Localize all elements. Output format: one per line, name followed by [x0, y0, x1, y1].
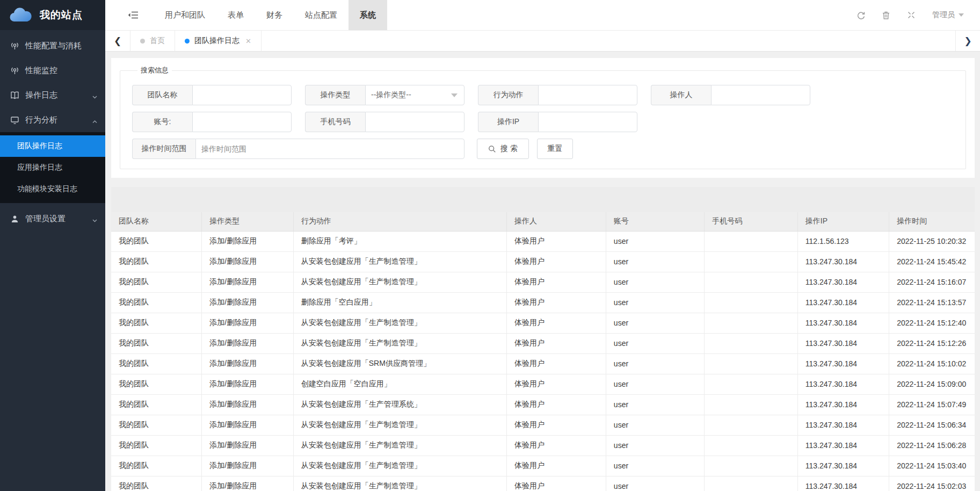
col-time[interactable]: 操作时间	[889, 212, 975, 231]
sidebar-menu: 性能配置与消耗 性能监控 操作日志	[0, 30, 105, 231]
table-row[interactable]: 我的团队 添加/删除应用 从安装包创建应用「生产制造管理」 体验用户 user …	[111, 333, 975, 353]
sidebar-item-behavior-analysis[interactable]: 行为分析	[0, 107, 105, 132]
cell-phone	[705, 333, 798, 353]
cell-account: user	[606, 456, 704, 476]
table-row[interactable]: 我的团队 添加/删除应用 从安装包创建应用「生产制造管理」 体验用户 user …	[111, 251, 975, 272]
table-row[interactable]: 我的团队 添加/删除应用 从安装包创建应用「生产制造管理」 体验用户 user …	[111, 456, 975, 476]
table-row[interactable]: 我的团队 添加/删除应用 从安装包创建应用「生产制造管理」 体验用户 user …	[111, 272, 975, 292]
page-tabs-bar: ❮ 首页 团队操作日志 ✕ ❯	[105, 30, 980, 52]
action-label: 行为动作	[478, 85, 538, 105]
sidebar-subitem-team-operation-log[interactable]: 团队操作日志	[0, 135, 105, 157]
table-row[interactable]: 我的团队 添加/删除应用 从安装包创建应用「生产制造管理」 体验用户 user …	[111, 476, 975, 491]
sidebar-subitem-app-operation-log[interactable]: 应用操作日志	[0, 157, 105, 178]
tabs-scroll-right-icon[interactable]: ❯	[955, 31, 980, 51]
cell-time: 2022-11-24 15:12:26	[889, 333, 975, 353]
cell-account: user	[606, 292, 704, 313]
cell-ip: 113.247.30.184	[797, 394, 889, 415]
cell-action: 从安装包创建应用「生产制造管理」	[293, 333, 506, 353]
reset-button[interactable]: 重置	[537, 139, 573, 159]
sidebar-item-label: 性能配置与消耗	[25, 41, 98, 51]
table-row[interactable]: 我的团队 添加/删除应用 从安装包创建应用「生产制造管理」 体验用户 user …	[111, 415, 975, 435]
trash-icon[interactable]	[882, 11, 891, 20]
user-menu[interactable]: 管理员	[932, 10, 964, 20]
cell-time: 2022-11-24 15:45:42	[889, 251, 975, 272]
page-tab-home[interactable]: 首页	[130, 31, 175, 51]
cell-account: user	[606, 435, 704, 456]
operation-type-select[interactable]: --操作类型--	[365, 85, 464, 105]
page-tab-team-operation-log[interactable]: 团队操作日志 ✕	[175, 31, 262, 51]
cell-operator: 体验用户	[506, 374, 606, 394]
cell-operator: 体验用户	[506, 313, 606, 333]
cell-team-name: 我的团队	[111, 435, 202, 456]
table-row[interactable]: 我的团队 添加/删除应用 从安装包创建应用「生产制造管理」 体验用户 user …	[111, 313, 975, 333]
cell-time: 2022-11-24 15:10:02	[889, 353, 975, 374]
cell-operation-type: 添加/删除应用	[202, 415, 293, 435]
cell-account: user	[606, 313, 704, 333]
time-range-label: 操作时间范围	[132, 139, 195, 159]
col-account[interactable]: 账号	[606, 212, 704, 231]
col-operation-type[interactable]: 操作类型	[202, 212, 293, 231]
sidebar-item-admin-settings[interactable]: 管理员设置	[0, 206, 105, 231]
caret-down-icon	[959, 13, 964, 17]
col-action[interactable]: 行为动作	[293, 212, 506, 231]
cell-phone	[705, 415, 798, 435]
cell-account: user	[606, 476, 704, 491]
operator-input[interactable]	[711, 85, 810, 105]
table-row[interactable]: 我的团队 添加/删除应用 创建空白应用「空白应用」 体验用户 user 113.…	[111, 374, 975, 394]
nav-tab-finance[interactable]: 财务	[255, 0, 294, 30]
nav-tab-site-config[interactable]: 站点配置	[294, 0, 349, 30]
col-phone[interactable]: 手机号码	[705, 212, 798, 231]
cell-ip: 113.247.30.184	[797, 251, 889, 272]
table-row[interactable]: 我的团队 添加/删除应用 从安装包创建应用「生产制造管理」 体验用户 user …	[111, 435, 975, 456]
nav-tab-system[interactable]: 系统	[349, 0, 387, 30]
sidebar-item-performance-config[interactable]: 性能配置与消耗	[0, 33, 105, 58]
cell-team-name: 我的团队	[111, 456, 202, 476]
nav-tab-forms[interactable]: 表单	[216, 0, 255, 30]
logo[interactable]: 我的站点	[0, 0, 105, 30]
nav-tab-users-teams[interactable]: 用户和团队	[154, 0, 216, 30]
col-team-name[interactable]: 团队名称	[111, 212, 202, 231]
cell-action: 删除应用「空白应用」	[293, 292, 506, 313]
time-range-input[interactable]	[195, 139, 464, 159]
col-operator[interactable]: 操作人	[506, 212, 606, 231]
log-table-header: 团队名称 操作类型 行为动作 操作人 账号 手机号码 操作IP 操作时间	[111, 212, 975, 231]
cell-action: 从安装包创建应用「生产制造管理」	[293, 272, 506, 292]
team-name-input[interactable]	[192, 85, 292, 105]
table-row[interactable]: 我的团队 添加/删除应用 删除应用「空白应用」 体验用户 user 113.24…	[111, 292, 975, 313]
operation-type-label: 操作类型	[305, 85, 365, 105]
ip-input[interactable]	[538, 112, 637, 132]
sidebar-item-label: 管理员设置	[25, 214, 92, 224]
tabs-scroll-left-icon[interactable]: ❮	[105, 31, 130, 51]
account-input[interactable]	[192, 112, 292, 132]
cell-phone	[705, 435, 798, 456]
chevron-down-icon	[92, 216, 98, 222]
action-input[interactable]	[538, 85, 637, 105]
cell-account: user	[606, 251, 704, 272]
operator-field-group: 操作人	[651, 85, 810, 105]
fullscreen-icon[interactable]	[907, 11, 916, 20]
cell-operation-type: 添加/删除应用	[202, 272, 293, 292]
phone-input[interactable]	[365, 112, 464, 132]
cell-operator: 体验用户	[506, 456, 606, 476]
right-column: 用户和团队 表单 财务 站点配置 系统	[105, 0, 980, 491]
sidebar-item-performance-monitor[interactable]: 性能监控	[0, 58, 105, 83]
cell-operator: 体验用户	[506, 251, 606, 272]
cell-phone	[705, 313, 798, 333]
sidebar-subitem-module-install-log[interactable]: 功能模块安装日志	[0, 178, 105, 200]
cell-account: user	[606, 231, 704, 251]
menu-fold-icon[interactable]	[128, 11, 139, 19]
table-row[interactable]: 我的团队 添加/删除应用 删除应用「考评」 体验用户 user 112.1.56…	[111, 231, 975, 251]
refresh-icon[interactable]	[856, 11, 866, 20]
sidebar-item-operation-log[interactable]: 操作日志	[0, 83, 105, 107]
sidebar: 我的站点 性能配置与消耗 性能监控	[0, 0, 105, 491]
cell-action: 创建空白应用「空白应用」	[293, 374, 506, 394]
table-row[interactable]: 我的团队 添加/删除应用 从安装包创建应用「SRM供应商管理」 体验用户 use…	[111, 353, 975, 374]
search-button[interactable]: 搜 索	[477, 139, 529, 159]
sidebar-item-label: 操作日志	[25, 90, 92, 100]
account-field-group: 账号:	[132, 112, 292, 132]
cell-operator: 体验用户	[506, 333, 606, 353]
page-tab-label: 团队操作日志	[194, 36, 239, 46]
table-row[interactable]: 我的团队 添加/删除应用 从安装包创建应用「生产管理系统」 体验用户 user …	[111, 394, 975, 415]
close-icon[interactable]: ✕	[245, 37, 251, 45]
col-ip[interactable]: 操作IP	[797, 212, 889, 231]
